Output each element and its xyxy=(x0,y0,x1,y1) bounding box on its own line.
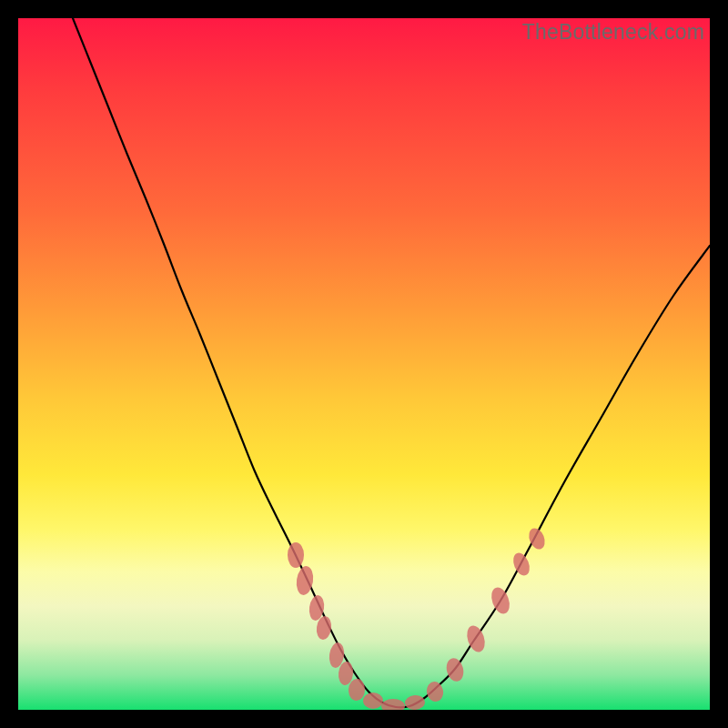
gradient-background xyxy=(18,18,710,710)
watermark-text: TheBottleneck.com xyxy=(522,20,704,45)
chart-frame: TheBottleneck.com xyxy=(18,18,710,710)
